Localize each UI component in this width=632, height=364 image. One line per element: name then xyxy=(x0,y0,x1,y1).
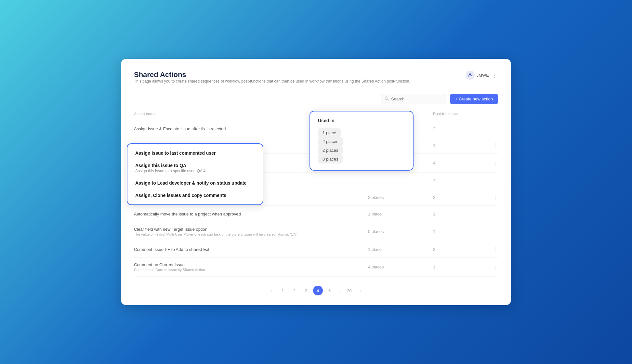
row-menu-icon[interactable]: ⋮ xyxy=(485,246,498,253)
user-badge: JMWE xyxy=(466,71,489,80)
action-name-cell: Comment Issue PF to Add to shared Ext xyxy=(134,247,368,252)
pagination-1[interactable]: 1 xyxy=(278,286,288,295)
popup-item-3-title: Assign to Lead developer & notify on sta… xyxy=(135,180,255,186)
badge-4[interactable]: 0 places xyxy=(318,155,343,163)
table-row: Comment on Current Issue Comment on Curr… xyxy=(134,258,498,277)
pagination-4[interactable]: 4 xyxy=(313,286,323,295)
action-name: Comment Issue PF to Add to shared Ext xyxy=(134,247,368,252)
used-in-cell: 2 places xyxy=(368,195,433,200)
page-title: Shared Actions xyxy=(134,71,410,79)
popup-item-1-title: Assign issue to last commented user xyxy=(135,150,255,156)
pagination-5[interactable]: 5 xyxy=(325,286,335,295)
used-in-cell: 4 places xyxy=(368,265,433,269)
pagination-ellipsis: ... xyxy=(336,288,343,293)
pagination: ‹ 1 2 3 4 5 ... 20 › xyxy=(134,286,498,295)
more-options-icon[interactable]: ⋮ xyxy=(492,71,498,79)
post-fn-cell: 1 xyxy=(433,265,485,269)
post-fn-cell: 3 xyxy=(433,178,485,183)
used-in-cell: 1 place xyxy=(368,212,433,216)
popup-item-4[interactable]: Assign, Clone issues and copy comments xyxy=(135,193,255,198)
action-name-cell: Automatically move the issue to a projec… xyxy=(134,212,368,216)
table-row: Comment Issue PF to Add to shared Ext 1 … xyxy=(134,241,498,258)
used-in-cell: 1 place xyxy=(368,247,433,252)
post-fn-cell: 2 xyxy=(433,195,485,200)
post-fn-cell: 1 xyxy=(433,229,485,234)
row-menu-icon[interactable]: ⋮ xyxy=(485,142,498,149)
search-input[interactable] xyxy=(391,97,442,101)
card-header: Shared Actions This page allows you to c… xyxy=(134,71,498,91)
popup-item-1[interactable]: Assign issue to last commented user xyxy=(135,150,255,156)
table-row: Automatically move the issue to a projec… xyxy=(134,206,498,222)
user-icon xyxy=(466,71,475,80)
action-name-cell: Clear field with new Target Issue option… xyxy=(134,227,368,236)
table-row: Clear field with new Target Issue option… xyxy=(134,222,498,241)
popup-left: Assign issue to last commented user Assi… xyxy=(127,143,263,205)
pagination-20[interactable]: 20 xyxy=(344,286,354,295)
action-sub: Comment on Current Issue by Shared Actio… xyxy=(134,268,368,272)
post-fn-cell: 1 xyxy=(433,143,485,148)
pagination-prev[interactable]: ‹ xyxy=(266,286,276,295)
row-menu-icon[interactable]: ⋮ xyxy=(485,228,498,235)
used-in-cell: 0 places xyxy=(368,229,433,234)
action-name-cell: Comment on Current Issue Comment on Curr… xyxy=(134,262,368,272)
popup-item-2-title: Assign this issue to QA xyxy=(135,163,255,168)
action-name: Automatically move the issue to a projec… xyxy=(134,212,368,216)
badge-1[interactable]: 1 place xyxy=(318,128,341,137)
pagination-2[interactable]: 2 xyxy=(290,286,299,295)
svg-line-2 xyxy=(388,99,389,101)
header-right: JMWE ⋮ xyxy=(466,71,498,80)
row-menu-icon[interactable]: ⋮ xyxy=(485,160,498,167)
search-icon xyxy=(385,96,389,102)
page-description: This page allows you to create shared se… xyxy=(134,79,410,84)
popup-item-3[interactable]: Assign to Lead developer & notify on sta… xyxy=(135,180,255,186)
row-menu-icon[interactable]: ⋮ xyxy=(485,210,498,217)
badge-3[interactable]: 2 places xyxy=(318,146,343,155)
row-menu-icon[interactable]: ⋮ xyxy=(485,194,498,201)
action-name: Clear field with new Target Issue option xyxy=(134,227,368,232)
post-fn-cell: 2 xyxy=(433,247,485,252)
row-menu-icon[interactable]: ⋮ xyxy=(485,177,498,184)
post-fn-cell: 1 xyxy=(433,212,485,216)
popup-item-2[interactable]: Assign this issue to QA Assign this issu… xyxy=(135,163,255,173)
col-post-functions: Post-functions xyxy=(433,112,485,116)
create-action-button[interactable]: + Create new action xyxy=(450,94,498,104)
post-fn-cell: 4 xyxy=(433,161,485,165)
popup-right: Used in 1 place 2 places 2 places 0 plac… xyxy=(309,111,414,171)
row-menu-icon[interactable]: ⋮ xyxy=(485,264,498,271)
popup-right-badges: 1 place 2 places 2 places 0 places xyxy=(318,128,405,163)
popup-right-title: Used in xyxy=(318,118,405,123)
action-sub: The value of field(s) Multi User Picker … xyxy=(134,232,368,236)
pagination-3[interactable]: 3 xyxy=(301,286,311,295)
user-name: JMWE xyxy=(477,73,489,78)
post-fn-cell: 2 xyxy=(433,126,485,131)
pagination-next[interactable]: › xyxy=(356,286,366,295)
action-name: Comment on Current Issue xyxy=(134,262,368,267)
search-box xyxy=(381,94,446,104)
main-card: Shared Actions This page allows you to c… xyxy=(121,59,511,305)
row-menu-icon[interactable]: ⋮ xyxy=(485,125,498,132)
popup-item-2-sub: Assign this issue to a specific user: QA… xyxy=(135,169,255,173)
badge-2[interactable]: 2 places xyxy=(318,137,343,146)
toolbar: + Create new action xyxy=(134,94,498,104)
popup-item-4-title: Assign, Clone issues and copy comments xyxy=(135,193,255,198)
